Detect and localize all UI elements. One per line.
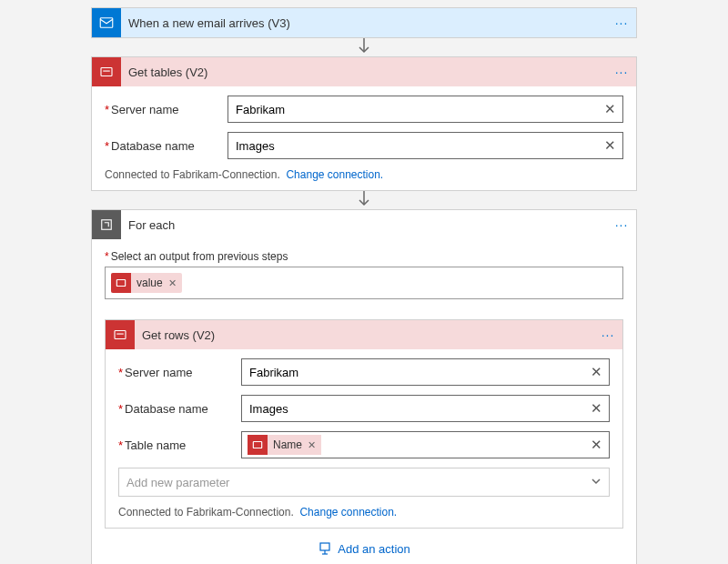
for-each-title: For each xyxy=(121,218,607,232)
svg-rect-5 xyxy=(102,220,112,230)
get-tables-header[interactable]: Get tables (V2) ··· xyxy=(92,57,636,86)
clear-icon[interactable]: ✕ xyxy=(583,437,609,453)
change-connection-link[interactable]: Change connection. xyxy=(286,168,383,181)
svg-rect-2 xyxy=(101,68,112,76)
add-parameter-dropdown[interactable]: Add new parameter xyxy=(118,468,610,497)
connection-info: Connected to Fabrikam-Connection. Change… xyxy=(105,168,623,181)
name-token[interactable]: Name ✕ xyxy=(248,435,321,455)
svg-rect-3 xyxy=(103,71,110,72)
trigger-card[interactable]: When a new email arrives (V3) ··· xyxy=(91,7,637,38)
connector-arrow xyxy=(7,38,721,56)
for-each-menu-button[interactable]: ··· xyxy=(607,217,636,232)
get-tables-title: Get tables (V2) xyxy=(121,65,607,79)
connection-info: Connected to Fabrikam-Connection. Change… xyxy=(118,506,610,519)
sql-icon xyxy=(111,273,131,293)
server-name-label: Server name xyxy=(105,103,228,116)
change-connection-link[interactable]: Change connection. xyxy=(299,506,397,519)
trigger-menu-button[interactable]: ··· xyxy=(607,15,636,30)
database-name-label: Database name xyxy=(105,139,228,153)
clear-icon[interactable]: ✕ xyxy=(597,101,622,117)
clear-icon[interactable]: ✕ xyxy=(597,137,622,154)
outlook-icon xyxy=(92,8,121,37)
add-action-icon xyxy=(318,541,332,556)
clear-icon[interactable]: ✕ xyxy=(583,364,609,380)
server-name-input-wrap[interactable]: ✕ xyxy=(228,96,623,123)
for-each-header[interactable]: For each ··· xyxy=(92,210,636,239)
database-name-input-wrap[interactable]: ✕ xyxy=(241,395,610,422)
table-name-label: Table name xyxy=(118,438,241,452)
server-name-label: Server name xyxy=(118,366,241,379)
svg-rect-6 xyxy=(116,280,125,287)
table-name-input-wrap[interactable]: Name ✕ ✕ xyxy=(241,431,610,458)
svg-rect-0 xyxy=(100,18,113,28)
server-name-input[interactable] xyxy=(242,359,583,385)
token-label: Name xyxy=(268,438,308,451)
select-output-label: Select an output from previous steps xyxy=(105,250,623,263)
sql-icon xyxy=(92,57,121,86)
connected-prefix: Connected to xyxy=(118,506,187,519)
chevron-down-icon xyxy=(591,476,602,489)
trigger-title: When a new email arrives (V3) xyxy=(121,16,607,30)
server-name-input-wrap[interactable]: ✕ xyxy=(241,358,610,386)
get-tables-menu-button[interactable]: ··· xyxy=(607,65,636,79)
sql-icon xyxy=(248,435,268,455)
connected-name: Fabrikam-Connection. xyxy=(187,506,294,519)
clear-icon[interactable]: ✕ xyxy=(583,400,609,417)
connected-prefix: Connected to xyxy=(105,168,173,181)
database-name-input[interactable] xyxy=(242,396,583,421)
add-action-label: Add an action xyxy=(338,542,410,556)
server-name-input[interactable] xyxy=(228,96,597,122)
svg-rect-8 xyxy=(116,334,124,335)
add-action-button[interactable]: Add an action xyxy=(318,541,410,556)
svg-rect-10 xyxy=(320,543,329,550)
get-rows-title: Get rows (V2) xyxy=(135,328,593,342)
get-rows-menu-button[interactable]: ··· xyxy=(593,327,622,342)
loop-icon xyxy=(92,210,121,239)
value-token[interactable]: value ✕ xyxy=(111,273,182,293)
database-name-input-wrap[interactable]: ✕ xyxy=(228,132,623,159)
select-output-input[interactable]: value ✕ xyxy=(105,267,623,299)
database-name-input[interactable] xyxy=(228,133,597,158)
add-parameter-label: Add new parameter xyxy=(126,476,229,489)
svg-rect-7 xyxy=(115,331,126,339)
get-tables-card: Get tables (V2) ··· Server name ✕ Databa… xyxy=(91,56,637,191)
get-rows-header[interactable]: Get rows (V2) ··· xyxy=(106,320,622,349)
sql-icon xyxy=(106,320,135,349)
connected-name: Fabrikam-Connection. xyxy=(173,168,280,181)
for-each-card: For each ··· Select an output from previ… xyxy=(91,209,637,564)
trigger-header[interactable]: When a new email arrives (V3) ··· xyxy=(92,8,636,37)
svg-rect-9 xyxy=(253,442,261,448)
get-rows-card: Get rows (V2) ··· Server name ✕ Database… xyxy=(105,319,623,529)
connector-arrow xyxy=(7,191,721,209)
token-label: value xyxy=(131,277,168,289)
database-name-label: Database name xyxy=(118,402,241,416)
token-remove-icon[interactable]: ✕ xyxy=(308,439,321,451)
token-remove-icon[interactable]: ✕ xyxy=(168,277,182,289)
